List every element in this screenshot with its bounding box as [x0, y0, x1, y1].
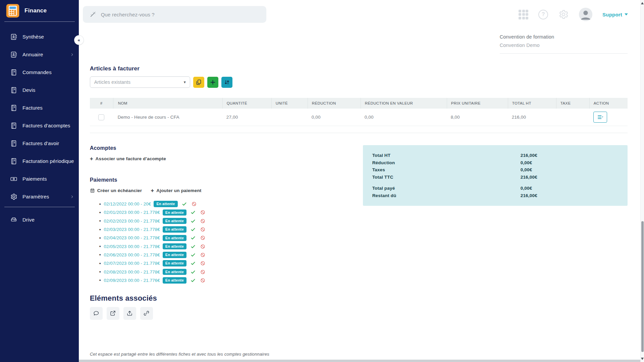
- validate-check-icon[interactable]: [182, 201, 187, 206]
- convention-block: Convention de formation Convention Demo: [500, 34, 628, 54]
- upload-button[interactable]: [123, 307, 136, 320]
- create-schedule-link[interactable]: Créer un échéancier: [90, 188, 142, 193]
- articles-table: # NOM QUANTITÉ UNITÉ RÉDUCTION RÉDUCTION…: [90, 98, 628, 133]
- cancel-block-icon[interactable]: [200, 219, 205, 224]
- sidebar-item-commandes[interactable]: Commandes: [0, 63, 79, 81]
- search-input[interactable]: [101, 12, 260, 17]
- validate-check-icon[interactable]: [191, 244, 196, 249]
- payment-link[interactable]: 02/07/2023 00:00 - 21.778€: [104, 261, 160, 266]
- status-badge: En attente: [163, 218, 186, 224]
- status-badge: En attente: [163, 269, 186, 275]
- payment-link[interactable]: 02/08/2023 00:00 - 21.778€: [104, 269, 160, 275]
- book-icon: [10, 69, 17, 76]
- payment-link[interactable]: 02/05/2023 00:00 - 21.778€: [104, 244, 160, 249]
- sidebar-item-parametres[interactable]: Paramètres: [0, 188, 79, 205]
- cancel-block-icon[interactable]: [200, 269, 205, 275]
- app-window: Finance Synthèse Annuaire Commandes Devi…: [0, 0, 644, 362]
- cancel-block-icon[interactable]: [200, 278, 205, 283]
- scroll-down-arrow-icon[interactable]: [641, 358, 644, 360]
- validate-check-icon[interactable]: [191, 210, 196, 215]
- row-actions-menu-button[interactable]: [593, 112, 607, 123]
- validate-check-icon[interactable]: [191, 278, 196, 283]
- copy-icon: [196, 79, 202, 85]
- settings-gear-icon[interactable]: [558, 9, 569, 20]
- validate-check-icon[interactable]: [191, 235, 196, 240]
- col-header-num: #: [90, 98, 113, 109]
- payment-link[interactable]: 02/01/2023 00:00 - 21.778€: [104, 210, 160, 215]
- comments-button[interactable]: [90, 307, 103, 320]
- cancel-block-icon[interactable]: [192, 201, 197, 206]
- bullet: •: [99, 201, 101, 207]
- payment-link[interactable]: 02/04/2023 00:00 - 21.778€: [104, 235, 160, 240]
- row-checkbox[interactable]: [98, 114, 104, 120]
- vertical-scrollbar[interactable]: [640, 0, 644, 362]
- sort-articles-button[interactable]: [221, 77, 232, 88]
- scroll-up-arrow-icon[interactable]: [641, 2, 644, 4]
- sidebar-item-paiements[interactable]: Paiements: [0, 170, 79, 188]
- hard-drive-icon: [10, 216, 17, 224]
- sidebar-item-devis[interactable]: Devis: [0, 81, 79, 99]
- sidebar-divider: [4, 207, 75, 207]
- payment-link[interactable]: 02/09/2023 00:00 - 21.776€: [104, 278, 160, 283]
- gear-icon: [10, 193, 17, 200]
- sidebar: Finance Synthèse Annuaire Commandes Devi…: [0, 0, 79, 362]
- payment-link[interactable]: 02/03/2023 00:00 - 21.778€: [104, 227, 160, 232]
- payment-link[interactable]: 02/02/2023 00:00 - 21.778€: [104, 219, 160, 224]
- sidebar-item-label: Drive: [22, 217, 35, 223]
- existing-articles-select[interactable]: Articles existants ▾: [90, 76, 190, 88]
- sidebar-item-factures-avoir[interactable]: Factures d'avoir: [0, 134, 79, 152]
- col-header-reduction: RÉDUCTION: [308, 98, 361, 109]
- add-payment-link[interactable]: + Ajouter un paiement: [151, 188, 201, 193]
- link-button[interactable]: [140, 307, 153, 320]
- scrollbar-thumb[interactable]: [641, 221, 644, 352]
- associated-elements-toolbar: [90, 307, 628, 320]
- sidebar-item-annuaire[interactable]: Annuaire: [0, 46, 79, 63]
- bullet: •: [99, 252, 101, 257]
- sidebar-item-drive[interactable]: Drive: [0, 211, 79, 229]
- status-badge: En attente: [163, 277, 186, 284]
- help-icon[interactable]: ?: [538, 10, 548, 19]
- apps-grid-icon[interactable]: [519, 10, 528, 19]
- associate-deposit-invoice-link[interactable]: + Associer une facture d'acompte: [90, 156, 166, 162]
- cancel-block-icon[interactable]: [200, 210, 205, 215]
- duplicate-article-button[interactable]: [193, 77, 204, 88]
- cancel-block-icon[interactable]: [200, 252, 205, 257]
- validate-check-icon[interactable]: [191, 252, 196, 257]
- bullet: •: [99, 227, 101, 232]
- validate-check-icon[interactable]: [191, 227, 196, 232]
- validate-check-icon[interactable]: [191, 261, 196, 266]
- sidebar-item-facturation-periodique[interactable]: Facturation périodique: [0, 152, 79, 170]
- sidebar-item-label: Factures d'avoir: [22, 140, 59, 146]
- bullet: •: [99, 278, 101, 283]
- cancel-block-icon[interactable]: [200, 244, 205, 249]
- app-name: Finance: [24, 7, 47, 14]
- select-placeholder: Articles existants: [94, 79, 184, 85]
- horizontal-scrollbar[interactable]: [79, 360, 644, 362]
- sidebar-item-factures-acomptes[interactable]: Factures d'acomptes: [0, 117, 79, 134]
- sidebar-item-synthese[interactable]: Synthèse: [0, 28, 79, 46]
- cancel-block-icon[interactable]: [200, 227, 205, 232]
- add-article-button[interactable]: [207, 77, 218, 88]
- reduction-value: 0,00€: [521, 160, 532, 165]
- payment-link[interactable]: 02/06/2023 00:00 - 21.778€: [104, 252, 160, 257]
- app-logo-row[interactable]: Finance: [0, 0, 79, 21]
- table-footer-line: [90, 126, 628, 133]
- cancel-block-icon[interactable]: [200, 235, 205, 240]
- convention-value-link[interactable]: Convention Demo: [500, 43, 628, 48]
- sidebar-item-factures[interactable]: Factures: [0, 99, 79, 117]
- support-menu[interactable]: Support: [602, 12, 628, 17]
- sidebar-collapse-button[interactable]: «: [74, 36, 84, 45]
- validate-check-icon[interactable]: [191, 269, 196, 275]
- cancel-block-icon[interactable]: [200, 261, 205, 266]
- payment-link[interactable]: 02/12/2022 00:00 - 20€: [104, 201, 151, 206]
- cell-quantite: 27,00: [222, 115, 271, 120]
- external-link-button[interactable]: [107, 307, 119, 320]
- associated-elements-title: Eléments associés: [90, 294, 628, 303]
- sidebar-menu: Synthèse Annuaire Commandes Devis Factur…: [0, 22, 79, 205]
- restant-du-value: 216,00€: [521, 193, 537, 198]
- totals-summary-box: Total HT216,00€ Réduction0,00€ Taxes0,00…: [363, 145, 628, 206]
- avatar[interactable]: [579, 8, 592, 21]
- person-silhouette-icon: [579, 8, 592, 21]
- global-search: [83, 6, 266, 23]
- validate-check-icon[interactable]: [191, 219, 196, 224]
